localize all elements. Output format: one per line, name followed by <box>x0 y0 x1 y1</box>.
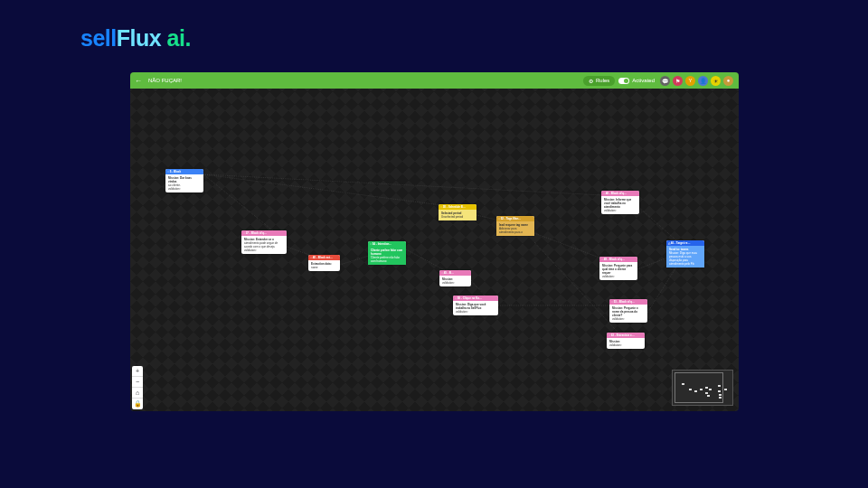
y-icon[interactable]: Y <box>685 76 695 86</box>
toolbar-icons: 💬 ⚑ Y 👤 ☀ ● <box>660 76 733 86</box>
zoom-in-button[interactable]: + <box>132 366 143 377</box>
flow-node[interactable]: □ 5 - BlockMission: Dar boas vindasao cl… <box>165 169 203 192</box>
flow-node[interactable]: □ 52 - Tags Man…lead requere tag nameAdi… <box>496 216 534 236</box>
node-body: lead requere tag nameAdicionar paraatend… <box>496 221 534 236</box>
flow-node[interactable]: △ 46 - Target re…Send to: teamsMission: … <box>666 240 704 267</box>
flow-title: NÃO FUÇAR! <box>146 78 583 83</box>
svg-line-1 <box>203 174 476 210</box>
flag-icon[interactable]: ⚑ <box>673 76 683 86</box>
node-body: Cliente prefere falar com humanoCliente … <box>368 247 406 265</box>
zoom-controls: + − ⌂ 🔒 <box>132 366 143 409</box>
chat-icon[interactable]: 💬 <box>660 76 670 86</box>
node-body: Mission: Pergunte para qual time o clien… <box>599 262 637 280</box>
zoom-reset-button[interactable]: ⌂ <box>132 388 143 399</box>
node-body: Mission: Pergunte o nome da pessoa do cl… <box>609 305 647 323</box>
flow-node[interactable]: □ 45 - B…Mission:validation: <box>439 270 471 286</box>
svg-line-0 <box>203 174 279 236</box>
flow-node[interactable]: □ 37 - Block of q…Mission: Entender se o… <box>241 230 287 254</box>
brand-logo: sellFlux ai. <box>80 25 191 52</box>
node-body: Mission: Informe que você trabalha no at… <box>601 196 639 214</box>
flow-node[interactable]: □ 54 - Intention…Cliente prefere falar c… <box>368 241 406 265</box>
coin-icon[interactable]: ● <box>723 76 733 86</box>
svg-line-2 <box>203 174 637 197</box>
node-body: Mission:validation: <box>607 338 645 349</box>
node-body: Mission: Diga que você trabalha na SellF… <box>453 301 498 315</box>
node-body: Send to: teamsMission: Diga que essa pes… <box>666 246 704 267</box>
flow-node[interactable]: □ 51 - Block of q…Mission: Pergunte o no… <box>609 299 647 323</box>
rules-button[interactable]: ⚙ Rules <box>583 76 615 86</box>
minimap[interactable] <box>672 370 733 406</box>
flow-node[interactable]: □ 49 - Block of q…Mission: Pergunte para… <box>599 257 637 280</box>
flow-node[interactable]: □ 63 - Entreviste c…Mission:validation: <box>607 333 645 349</box>
flow-canvas[interactable]: □ 5 - BlockMission: Dar boas vindasao cl… <box>130 89 739 411</box>
minimap-viewport <box>675 372 723 403</box>
zoom-out-button[interactable]: − <box>132 377 143 388</box>
activate-toggle[interactable]: Activated <box>618 78 655 84</box>
node-body: Extraction data:name <box>308 260 340 271</box>
flow-node[interactable]: □ 40 - Block ext…Extraction data:name <box>308 255 340 271</box>
back-button[interactable]: ← <box>130 77 146 85</box>
flow-editor-app: ← NÃO FUÇAR! ⚙ Rules Activated 💬 ⚑ Y 👤 ☀… <box>130 72 739 411</box>
node-body: Selected periodUnselected period <box>439 210 476 221</box>
toggle-switch-icon <box>618 78 629 84</box>
bulb-icon[interactable]: ☀ <box>711 76 721 86</box>
flow-node[interactable]: □ 48 - Block of q…Mission: Informe que v… <box>601 191 639 214</box>
flow-node[interactable]: □ 58 - Clique na Ka…Mission: Diga que vo… <box>453 296 498 315</box>
lock-button[interactable]: 🔒 <box>132 399 143 409</box>
gear-icon: ⚙ <box>589 78 593 84</box>
editor-header: ← NÃO FUÇAR! ⚙ Rules Activated 💬 ⚑ Y 👤 ☀… <box>130 72 739 89</box>
node-body: Mission:validation: <box>439 276 471 286</box>
flow-node[interactable]: □ 30 - Schedule B…Selected periodUnselec… <box>439 204 476 221</box>
node-body: Mission: Entender se oatendimento pode s… <box>241 236 287 254</box>
user-icon[interactable]: 👤 <box>698 76 708 86</box>
node-body: Mission: Dar boas vindasao cliente.valid… <box>165 174 203 192</box>
edge-layer <box>130 89 739 411</box>
